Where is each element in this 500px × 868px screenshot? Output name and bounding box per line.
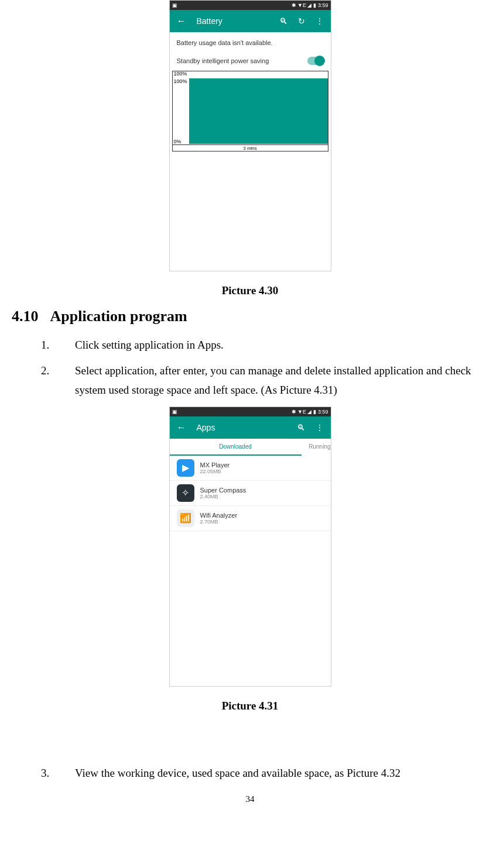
app-bar: ← Battery 🔍︎ ↻ ⋮ [170,10,331,32]
status-time: 3:59 [318,2,328,8]
chart-y-100b: 100% [174,78,187,84]
chart-y-100: 100% [174,71,187,77]
image-icon: ▣ [172,2,177,8]
section-number: 4.10 [12,308,39,325]
app-bar: ← Apps 🔍︎ ⋮ [170,416,331,439]
battery-message: Battery usage data isn't available. [170,32,331,53]
list-number: 2. [41,361,75,399]
whitespace [170,531,331,686]
status-bar: ▣ ✱ ▼E ◢ ▮ 3:59 [170,407,331,416]
status-icons: ✱ ▼E ◢ ▮ [292,2,316,8]
tabs: Downloaded Running [170,439,331,456]
app-title: Battery [197,16,279,26]
list-item-1: 1. Click setting application in Apps. [41,336,488,354]
battery-chart: 100% 100% 0% 3 mins [172,71,328,151]
menu-icon[interactable]: ⋮ [316,16,324,26]
app-title: Apps [197,423,297,432]
list-number: 3. [41,764,75,783]
list-number: 1. [41,336,75,354]
image-icon: ▣ [172,409,177,415]
menu-icon[interactable]: ⋮ [316,423,324,432]
app-size: 2.70MB [200,519,324,525]
back-icon[interactable]: ← [177,422,186,433]
apps-screenshot: ▣ ✱ ▼E ◢ ▮ 3:59 ← Apps 🔍︎ ⋮ Downloaded R… [169,407,331,687]
back-icon[interactable]: ← [177,16,186,26]
page-number: 34 [12,794,488,804]
list-text: Click setting application in Apps. [75,336,488,354]
search-icon[interactable]: 🔍︎ [297,423,305,432]
app-name: MX Player [200,461,324,469]
tab-downloaded[interactable]: Downloaded [170,439,302,456]
list-item-2: 2. Select application, after enter, you … [41,361,488,399]
app-name: Wifi Analyzer [200,512,324,519]
battery-screenshot: ▣ ✱ ▼E ◢ ▮ 3:59 ← Battery 🔍︎ ↻ ⋮ Battery… [169,0,331,271]
compass-icon: ✧ [177,484,194,502]
chart-fill [189,78,328,144]
section-title: Application program [50,308,187,325]
status-icons: ✱ ▼E ◢ ▮ [292,409,316,415]
standby-toggle[interactable] [307,57,324,65]
chart-x-label: 3 mins [173,144,328,151]
list-text: Select application, after enter, you can… [75,361,488,399]
app-name: Super Compass [200,487,324,494]
app-row-wifi[interactable]: 📶 Wifi Analyzer 2.70MB [170,506,331,531]
standby-row: Standby intelligent power saving [170,53,331,71]
chart-y-0: 0% [174,139,181,144]
status-bar: ▣ ✱ ▼E ◢ ▮ 3:59 [170,1,331,10]
list-text: View the working device, used space and … [75,764,488,783]
wifi-icon: 📶 [177,509,194,527]
section-heading: 4.10Application program [12,308,488,325]
caption-4-31: Picture 4.31 [12,700,488,712]
whitespace [170,154,331,271]
status-time: 3:59 [318,409,328,415]
app-size: 22.05MB [200,469,324,474]
app-row-compass[interactable]: ✧ Super Compass 2.40MB [170,481,331,506]
app-row-mx[interactable]: ▶ MX Player 22.05MB [170,456,331,481]
tab-running[interactable]: Running [302,439,331,456]
search-icon[interactable]: 🔍︎ [279,16,287,26]
app-size: 2.40MB [200,494,324,500]
refresh-icon[interactable]: ↻ [298,16,305,26]
list-item-3: 3. View the working device, used space a… [41,764,488,783]
standby-label: Standby intelligent power saving [177,57,269,64]
mx-player-icon: ▶ [177,459,194,477]
caption-4-30: Picture 4.30 [12,284,488,297]
